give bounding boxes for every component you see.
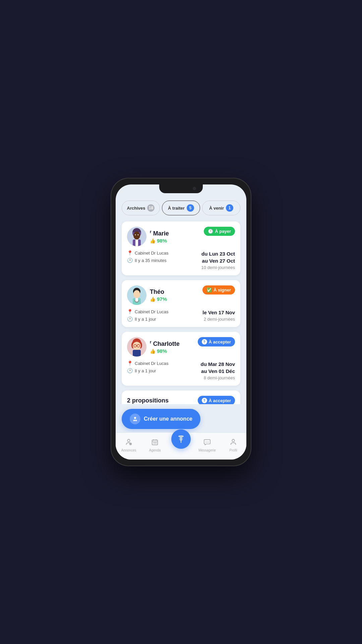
dates-marie: du Lun 23 Oct au Ven 27 Oct 10 demi-jour… xyxy=(201,250,235,270)
messagerie-label: Messagerie xyxy=(198,448,216,452)
tab-archives-label: Archives xyxy=(127,206,145,211)
tab-a-venir-badge: 1 xyxy=(226,204,233,212)
tab-a-traiter-badge: 5 xyxy=(187,204,194,212)
nav-center[interactable] xyxy=(168,429,194,449)
status-badge-marie[interactable]: 🕐 À payer xyxy=(204,227,235,236)
time-theo: 🕐 Il y a 1 jour xyxy=(127,316,168,322)
phone-screen: Archives 18 À traiter 5 À venir 1 xyxy=(116,184,246,460)
card-charlotte[interactable]: r Charlotte 👍 98% ? À accepter xyxy=(122,332,240,386)
tab-a-traiter[interactable]: À traiter 5 xyxy=(162,201,200,215)
center-button[interactable] xyxy=(171,429,191,449)
svg-point-53 xyxy=(232,439,234,441)
tab-bar: Archives 18 À traiter 5 À venir 1 xyxy=(122,201,240,215)
svg-rect-47 xyxy=(155,442,156,443)
create-annonce-button[interactable]: Créer une annonce xyxy=(122,409,200,429)
svg-rect-12 xyxy=(135,298,138,302)
svg-point-4 xyxy=(135,234,136,235)
clock-icon-theo: 🕐 xyxy=(127,316,133,322)
status-badge-theo[interactable]: ✅ À signer xyxy=(202,285,235,294)
card-marie[interactable]: r Marie 👍 98% 🕐 À payer xyxy=(122,221,240,275)
tab-archives-badge: 18 xyxy=(147,204,155,212)
doctor-marie-name: r Marie xyxy=(150,229,169,237)
location-marie: 📍 Cabinet Dr Lucas xyxy=(127,250,168,256)
svg-point-35 xyxy=(134,417,136,419)
profil-icon xyxy=(230,438,237,447)
agenda-icon xyxy=(151,438,159,447)
profil-label: Profil xyxy=(230,448,237,452)
avatar-theo xyxy=(127,285,146,305)
doctor-charlotte-name: r Charlotte xyxy=(150,340,180,347)
avatar-charlotte xyxy=(127,337,146,357)
bottom-nav: Annonces Agenda xyxy=(116,432,246,460)
clock-icon: 🕐 xyxy=(208,229,213,234)
question-icon: ? xyxy=(202,339,207,344)
annonces-label: Annonces xyxy=(121,448,136,452)
messagerie-icon xyxy=(203,438,211,447)
nav-profil[interactable]: Profil xyxy=(220,438,246,452)
doctor-charlotte-rating: 👍 98% xyxy=(150,348,180,354)
dates-charlotte: du Mar 28 Nov au Ven 01 Déc 8 demi-journ… xyxy=(200,361,235,380)
svg-point-52 xyxy=(208,441,209,442)
tab-archives[interactable]: Archives 18 xyxy=(122,201,160,215)
svg-rect-7 xyxy=(135,239,138,246)
dates-theo: le Ven 17 Nov 2 demi-journées xyxy=(202,309,235,322)
date-range-charlotte: du Mar 28 Nov au Ven 01 Déc xyxy=(200,361,235,375)
time-charlotte: 🕐 Il y a 1 jour xyxy=(127,368,168,373)
pin-icon: 📍 xyxy=(127,250,133,256)
time-marie: 🕐 Il y a 35 minutes xyxy=(127,258,168,263)
date-range-marie: du Lun 23 Oct au Ven 27 Oct xyxy=(201,250,235,264)
card-propositions[interactable]: 2 propositions ? À accepter xyxy=(122,390,240,404)
date-range-theo: le Ven 17 Nov xyxy=(202,309,235,316)
create-icon xyxy=(130,414,140,424)
sessions-theo: 2 demi-journées xyxy=(202,317,235,322)
svg-point-38 xyxy=(127,439,130,441)
svg-point-50 xyxy=(205,441,206,442)
agenda-label: Agenda xyxy=(149,448,161,452)
svg-point-3 xyxy=(133,231,140,239)
sessions-marie: 10 demi-journées xyxy=(201,265,235,270)
svg-point-51 xyxy=(207,441,207,442)
nav-messagerie[interactable]: Messagerie xyxy=(194,438,220,452)
location-charlotte: 📍 Cabinet Dr Lucas xyxy=(127,361,168,366)
nav-annonces[interactable]: Annonces xyxy=(116,438,142,452)
svg-rect-24 xyxy=(133,350,141,357)
clock-icon-charlotte: 🕐 xyxy=(127,368,133,373)
tab-a-venir[interactable]: À venir 1 xyxy=(202,201,240,215)
status-badge-propositions[interactable]: ? À accepter xyxy=(198,396,235,404)
pin-icon-charlotte: 📍 xyxy=(127,361,133,366)
doctor-theo-rating: 👍 97% xyxy=(150,296,167,302)
svg-point-10 xyxy=(133,290,140,298)
phone-frame: Archives 18 À traiter 5 À venir 1 xyxy=(111,178,251,466)
create-annonce-label: Créer une annonce xyxy=(144,416,192,422)
pin-icon-theo: 📍 xyxy=(127,309,133,314)
nav-agenda[interactable]: Agenda xyxy=(142,438,168,452)
card-theo[interactable]: Théo 👍 97% ✅ À signer xyxy=(122,280,240,327)
sessions-charlotte: 8 demi-journées xyxy=(200,375,235,380)
svg-point-5 xyxy=(138,234,139,235)
tab-a-traiter-label: À traiter xyxy=(168,206,185,211)
doctor-marie-rating: 👍 98% xyxy=(150,238,169,244)
avatar-marie xyxy=(127,227,146,246)
status-badge-charlotte[interactable]: ? À accepter xyxy=(198,337,235,346)
create-button-area: Créer une annonce xyxy=(116,404,246,432)
doctor-theo-name: Théo xyxy=(150,288,167,296)
svg-rect-48 xyxy=(156,442,157,443)
question-icon-prop: ? xyxy=(202,398,207,403)
check-icon: ✅ xyxy=(206,287,212,292)
svg-rect-46 xyxy=(153,442,154,443)
tab-a-venir-label: À venir xyxy=(209,206,224,211)
main-content: Archives 18 À traiter 5 À venir 1 xyxy=(116,184,246,404)
notch xyxy=(159,184,203,193)
clock-icon-marie: 🕐 xyxy=(127,258,133,263)
propositions-title: 2 propositions xyxy=(127,397,169,404)
camera xyxy=(193,187,196,190)
annonces-icon xyxy=(125,438,132,447)
location-theo: 📍 Cabinet Dr Lucas xyxy=(127,309,168,314)
